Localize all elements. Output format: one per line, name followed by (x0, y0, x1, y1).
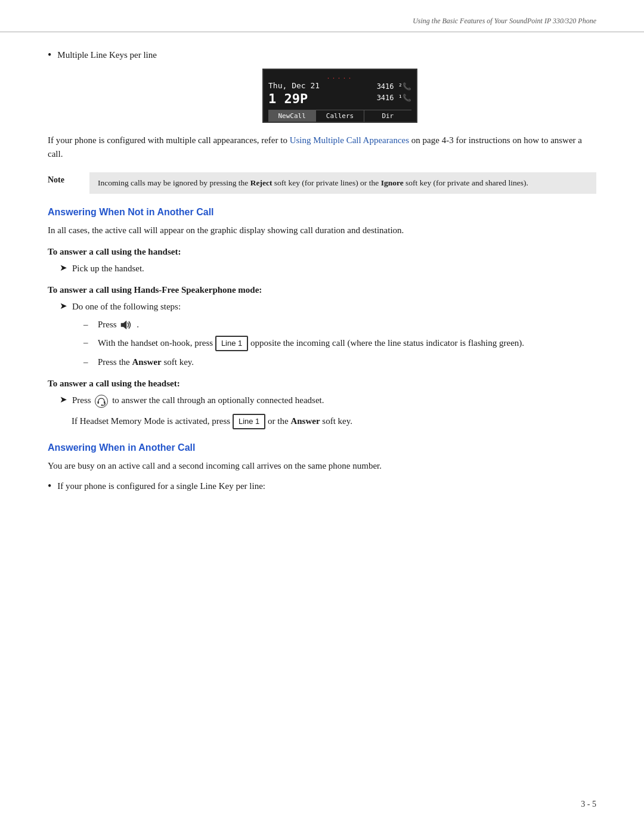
dash-item-3: – Press the Answer soft key. (83, 355, 596, 369)
section1-para: In all cases, the active call will appea… (48, 224, 596, 237)
dash2a-text: With the handset on-hook, press (98, 337, 213, 347)
dash3-text: Press the (98, 357, 132, 367)
svg-marker-0 (121, 321, 126, 329)
section1-heading: Answering When Not in Another Call (48, 207, 596, 218)
note-text2: soft key (for private lines) or the (272, 178, 380, 187)
dash-item-2: – With the handset on-hook, press Line 1… (83, 336, 596, 351)
headset-para2-text: or the (268, 416, 290, 425)
dash1b-text: . (137, 320, 139, 329)
headset-arrow-item: ➤ Press to answer the call through an op… (60, 394, 596, 408)
phone-time: 1 29P (268, 91, 377, 106)
svg-rect-1 (98, 401, 99, 404)
arrow-symbol3: ➤ (60, 394, 67, 405)
softkey-callers: Callers (316, 110, 364, 122)
dash-sym-1: – (83, 318, 92, 332)
page-footer: 3 - 5 (581, 800, 596, 809)
headset-instruction-text: to answer the call through an optionally… (112, 395, 324, 405)
phone-right: 3416 ²📞 3416 ¹📞 (377, 81, 411, 104)
headset-instruction: Press to answer the call through an opti… (72, 394, 596, 408)
dash-sym-2: – (83, 336, 92, 349)
dash-list: – Press . – With the handset on-hook, pr… (83, 318, 596, 370)
main-content: • Multiple Line Keys per line ..... Thu,… (0, 32, 644, 535)
softkey-dir: Dir (364, 110, 411, 122)
phone-display-wrapper: ..... Thu, Dec 21 1 29P 3416 ²📞 3416 ¹📞 … (83, 69, 596, 123)
handset-instruction: Pick up the handset. (72, 262, 596, 275)
subsection1-heading: To answer a call using the handset: (48, 247, 596, 257)
speaker-icon (120, 320, 133, 330)
note-content: Incoming calls may be ignored by pressin… (89, 172, 596, 194)
line1-key-button: Line 1 (215, 336, 248, 351)
dash-item-1: – Press . (83, 318, 596, 332)
dash-content-2: With the handset on-hook, press Line 1 o… (98, 336, 596, 351)
headset-press-text: Press (72, 395, 91, 405)
phone-ext2: 3416 ¹📞 (377, 92, 411, 104)
bullet-dot: • (48, 49, 51, 61)
bullet-single-line-key-text: If your phone is configured for a single… (57, 481, 265, 491)
section2-para: You are busy on an active call and a sec… (48, 459, 596, 473)
phone-dots: ..... (268, 73, 411, 80)
dash2b-text: opposite the incoming call (where the li… (250, 337, 524, 347)
phone-left: Thu, Dec 21 1 29P (268, 81, 377, 107)
bullet-dot2: • (48, 480, 51, 493)
phone-ext1: 3416 ²📞 (377, 81, 411, 92)
dash3-bold: Answer (132, 357, 162, 367)
note-bold-ignore: Ignore (381, 178, 404, 187)
note-text1: Incoming calls may be ignored by pressin… (98, 178, 250, 187)
softkey-newcall: NewCall (268, 110, 316, 122)
para1-text: If your phone is configured with multipl… (48, 135, 290, 145)
line1-key-button2: Line 1 (233, 414, 265, 429)
section2-heading: Answering When in Another Call (48, 442, 596, 453)
headset-memory-para: If Headset Memory Mode is activated, pre… (72, 414, 596, 429)
handset-arrow-item: ➤ Pick up the handset. (60, 262, 596, 275)
bullet-line-keys-text: Multiple Line Keys per line (57, 50, 157, 60)
note-bold-reject: Reject (250, 178, 273, 187)
note-box: Note Incoming calls may be ignored by pr… (48, 172, 596, 194)
dash-sym-3: – (83, 355, 92, 369)
headset-para4-text: soft key. (320, 416, 352, 425)
note-text3: soft key (for private and shared lines). (404, 178, 528, 187)
speakerphone-arrow-item: ➤ Do one of the following steps: (60, 300, 596, 314)
phone-top: Thu, Dec 21 1 29P 3416 ²📞 3416 ¹📞 (268, 81, 411, 107)
headset-answer-bold: Answer (290, 416, 320, 425)
subsection2-heading: To answer a call using Hands-Free Speake… (48, 285, 596, 295)
headset-para1-text: If Headset Memory Mode is activated, pre… (72, 416, 230, 425)
speakerphone-instruction: Do one of the following steps: (72, 300, 596, 314)
arrow-symbol2: ➤ (60, 301, 67, 311)
subsection3-heading: To answer a call using the headset: (48, 379, 596, 389)
page-number: 3 - 5 (581, 800, 596, 809)
phone-display: ..... Thu, Dec 21 1 29P 3416 ²📞 3416 ¹📞 … (262, 69, 417, 123)
svg-point-3 (101, 404, 103, 405)
link-multiple-call[interactable]: Using Multiple Call Appearances (290, 135, 409, 145)
dash-content-3: Press the Answer soft key. (98, 355, 596, 369)
bullet-line-keys: • Multiple Line Keys per line (48, 50, 596, 61)
note-label: Note (48, 172, 89, 185)
header-title: Using the Basic Features of Your SoundPo… (413, 17, 596, 26)
phone-softkeys: NewCall Callers Dir (268, 110, 411, 122)
arrow-symbol: ➤ (60, 262, 67, 273)
page-header: Using the Basic Features of Your SoundPo… (0, 0, 644, 32)
page-container: Using the Basic Features of Your SoundPo… (0, 0, 644, 833)
phone-date: Thu, Dec 21 (268, 81, 377, 90)
headset-icon (95, 395, 108, 408)
bullet-single-line-key: • If your phone is configured for a sing… (48, 481, 596, 493)
dash1-text: Press (98, 320, 117, 329)
dash3c-text: soft key. (162, 357, 194, 367)
para-call-appearances: If your phone is configured with multipl… (48, 134, 596, 162)
dash-content-1: Press . (98, 318, 596, 332)
